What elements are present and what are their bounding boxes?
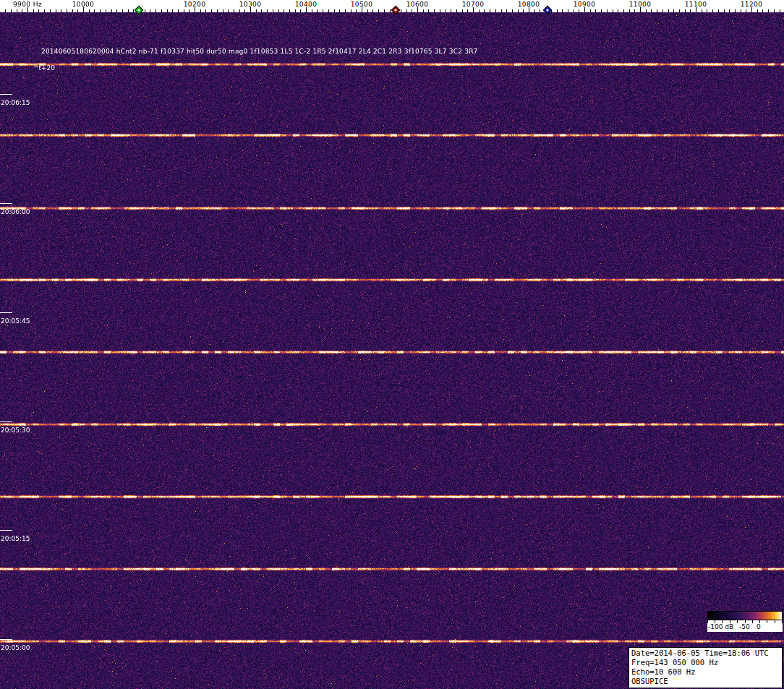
time-tick-label: 20:06:15 (1, 99, 30, 106)
frequency-tick-label: 10800 (518, 1, 540, 8)
intensity-legend: -100 dB -50 0 (707, 611, 783, 632)
frequency-ruler: 9900 Hz100001020010300104001050010600107… (0, 0, 784, 12)
info-freq-line: Freq=143 050 000 Hz (631, 658, 780, 667)
time-tick (0, 94, 12, 95)
frequency-tick-label: 11200 (741, 1, 763, 8)
time-tick-label: 20:06:00 (1, 208, 30, 215)
spectrogram-canvas[interactable] (0, 12, 784, 689)
blue-frequency-marker-center (546, 9, 549, 12)
frequency-tick-label: 10400 (295, 1, 318, 8)
time-tick-label: 20:05:45 (1, 317, 30, 325)
time-tick-label: 20:05:30 (1, 427, 30, 434)
frequency-tick-label: 10300 (239, 1, 262, 8)
observation-info-box: Date=2014-06-05 Time=18:06 UTC Freq=143 … (629, 647, 783, 688)
info-station-line: OBSUPICE (631, 677, 780, 686)
colormap-gradient-bar (707, 611, 783, 620)
frequency-tick-label: 10200 (184, 1, 206, 8)
frequency-tick-label: 10900 (574, 1, 596, 8)
legend-min-label: -100 dB (708, 623, 733, 630)
info-date-line: Date=2014-06-05 Time=18:06 UTC (631, 649, 780, 658)
green-frequency-marker-center (137, 9, 140, 12)
red-frequency-marker-center (394, 9, 397, 12)
time-tick (0, 312, 12, 313)
frequency-tick-label: 10700 (462, 1, 485, 8)
info-echo-line: Echo=10 600 Hz (631, 667, 780, 677)
legend-labels: -100 dB -50 0 (707, 623, 783, 632)
time-tick (0, 639, 12, 640)
legend-mid-label: -50 (739, 623, 750, 630)
time-tick-label: 20:05:00 (1, 644, 30, 651)
frequency-tick-label: 9900 Hz (13, 1, 42, 8)
time-tick (0, 203, 12, 204)
frequency-tick-label: 10500 (351, 1, 373, 8)
meteor-spectrogram-app: 9900 Hz100001020010300104001050010600107… (0, 0, 784, 689)
frequency-tick-label: 10600 (406, 1, 429, 8)
frequency-tick-label: 11100 (685, 1, 707, 8)
detection-header-text: 20140605180620004 hCnt2 nb-71 f10337 hit… (41, 48, 478, 55)
time-tick (0, 530, 12, 531)
time-tick (0, 421, 12, 422)
time-tick-label: 20:05:15 (1, 535, 30, 542)
frequency-tick-label: 11000 (629, 1, 652, 8)
legend-max-label: 0 (757, 623, 761, 630)
time-cursor-label: ^t+20 (33, 64, 55, 72)
frequency-tick-label: 10000 (72, 1, 95, 8)
